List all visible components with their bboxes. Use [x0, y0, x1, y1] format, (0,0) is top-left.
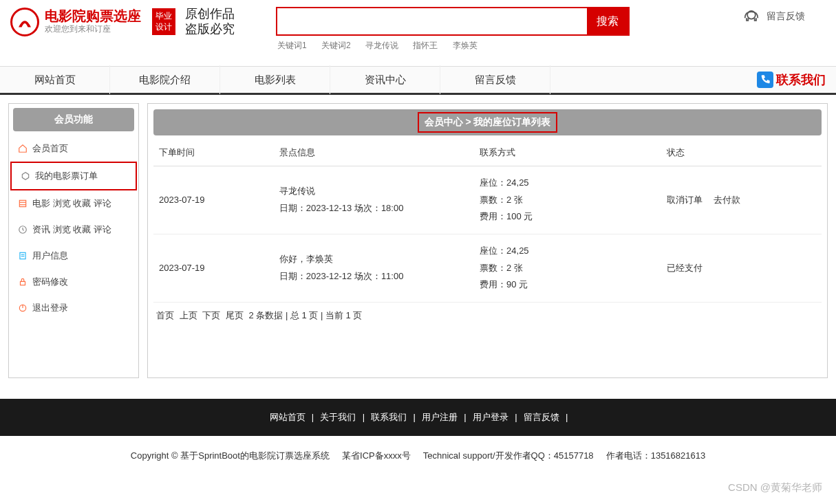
cell-contact: 座位：24,25 票数：2 张 费用：90 元 — [474, 234, 661, 303]
originality-text: 原创作品 盗版必究 — [185, 7, 235, 36]
keyword-link[interactable]: 寻龙传说 — [365, 41, 398, 50]
sidebar-item-label: 电影 浏览 收藏 评论 — [32, 197, 111, 210]
sidebar-movie-browse[interactable]: 电影 浏览 收藏 评论 — [9, 190, 138, 217]
svg-rect-1 — [19, 200, 25, 206]
table-row: 2023-07-19 你好，李焕英 日期：2023-12-12 场次：11:00… — [153, 234, 822, 303]
nav-news[interactable]: 资讯中心 — [330, 65, 440, 94]
support-agent-icon — [742, 7, 761, 26]
phone-icon — [757, 72, 773, 88]
graduation-badge: 毕业 设计 — [152, 8, 175, 35]
page-next[interactable]: 下页 — [202, 310, 220, 320]
sidebar-title: 会员功能 — [13, 108, 134, 131]
col-contact: 联系方式 — [474, 140, 661, 166]
hot-keywords-row: 关键词1 关键词2 寻龙传说 指怀王 李焕英 — [276, 36, 630, 56]
sidebar-user-info[interactable]: 用户信息 — [9, 243, 138, 269]
home-icon — [17, 143, 28, 154]
sidebar-member-home[interactable]: 会员首页 — [9, 135, 138, 162]
sidebar-item-label: 退出登录 — [32, 302, 68, 314]
sidebar-password[interactable]: 密码修改 — [9, 269, 138, 295]
footer-link[interactable]: 用户登录 — [473, 412, 508, 422]
nav-cinema-intro[interactable]: 电影院介绍 — [110, 65, 220, 94]
footer-link[interactable]: 用户注册 — [422, 412, 458, 422]
site-title: 电影院购票选座 — [45, 8, 141, 23]
lock-icon — [17, 276, 28, 287]
footer-nav: 网站首页 | 关于我们 | 联系我们 | 用户注册 | 用户登录 | 留言反馈 … — [0, 399, 836, 436]
site-logo-icon — [10, 8, 39, 36]
sidebar-item-label: 会员首页 — [32, 142, 68, 155]
cancel-order-link[interactable]: 取消订单 — [667, 195, 703, 205]
footer-link[interactable]: 关于我们 — [320, 412, 356, 422]
keyword-link[interactable]: 指怀王 — [413, 41, 438, 50]
feedback-top-link[interactable]: 留言反馈 — [742, 7, 826, 26]
go-pay-link[interactable]: 去付款 — [714, 195, 740, 205]
film-icon — [17, 198, 28, 209]
footer-link[interactable]: 网站首页 — [270, 412, 306, 422]
page-last[interactable]: 尾页 — [226, 310, 244, 320]
svg-rect-8 — [21, 281, 25, 285]
cell-order-time: 2023-07-19 — [153, 234, 274, 303]
cell-order-time: 2023-07-19 — [153, 166, 274, 234]
clock-icon — [17, 224, 28, 235]
page-prev[interactable]: 上页 — [180, 310, 197, 320]
cell-spot-info: 你好，李焕英 日期：2023-12-12 场次：11:00 — [274, 234, 474, 303]
user-icon — [17, 250, 28, 261]
col-spot-info: 景点信息 — [274, 140, 474, 166]
breadcrumb: 会员中心 > 我的座位订单列表 — [153, 109, 822, 135]
col-status: 状态 — [661, 140, 822, 166]
sidebar-news-browse[interactable]: 资讯 浏览 收藏 评论 — [9, 217, 138, 243]
sidebar-item-label: 用户信息 — [32, 250, 68, 262]
sidebar-item-label: 我的电影票订单 — [35, 170, 98, 182]
col-order-time: 下单时间 — [153, 140, 274, 166]
nav-movie-list[interactable]: 电影列表 — [220, 65, 330, 94]
cell-contact: 座位：24,25 票数：2 张 费用：100 元 — [474, 166, 661, 234]
site-subtitle: 欢迎您到来和订座 — [45, 23, 141, 35]
keyword-link[interactable]: 李焕英 — [453, 41, 478, 50]
footer-copyright: Copyright © 基于SprintBoot的电影院订票选座系统 某省ICP… — [0, 436, 836, 476]
cell-status: 取消订单 去付款 — [661, 166, 822, 234]
nav-feedback[interactable]: 留言反馈 — [440, 65, 550, 94]
sidebar-logout[interactable]: 退出登录 — [9, 295, 138, 321]
footer-link[interactable]: 留言反馈 — [524, 412, 559, 422]
cell-status: 已经支付 — [661, 234, 822, 303]
sidebar-item-label: 资讯 浏览 收藏 评论 — [32, 223, 111, 236]
pagination: 首页 上页 下页 尾页 2 条数据 | 总 1 页 | 当前 1 页 — [153, 303, 822, 329]
contact-us-link[interactable]: 联系我们 — [757, 72, 826, 88]
sidebar-item-label: 密码修改 — [32, 276, 68, 288]
keyword-link[interactable]: 关键词1 — [277, 41, 307, 50]
page-first[interactable]: 首页 — [156, 310, 174, 320]
search-button[interactable]: 搜索 — [587, 8, 628, 34]
page-summary: 2 条数据 | 总 1 页 | 当前 1 页 — [249, 310, 363, 320]
cart-icon — [20, 171, 31, 182]
keyword-link[interactable]: 关键词2 — [321, 41, 351, 50]
search-input[interactable] — [277, 8, 587, 34]
nav-home[interactable]: 网站首页 — [0, 65, 110, 94]
cell-spot-info: 寻龙传说 日期：2023-12-13 场次：18:00 — [274, 166, 474, 234]
table-row: 2023-07-19 寻龙传说 日期：2023-12-13 场次：18:00 座… — [153, 166, 822, 234]
power-icon — [17, 303, 28, 314]
footer-link[interactable]: 联系我们 — [371, 412, 407, 422]
sidebar-my-tickets[interactable]: 我的电影票订单 — [10, 162, 137, 190]
